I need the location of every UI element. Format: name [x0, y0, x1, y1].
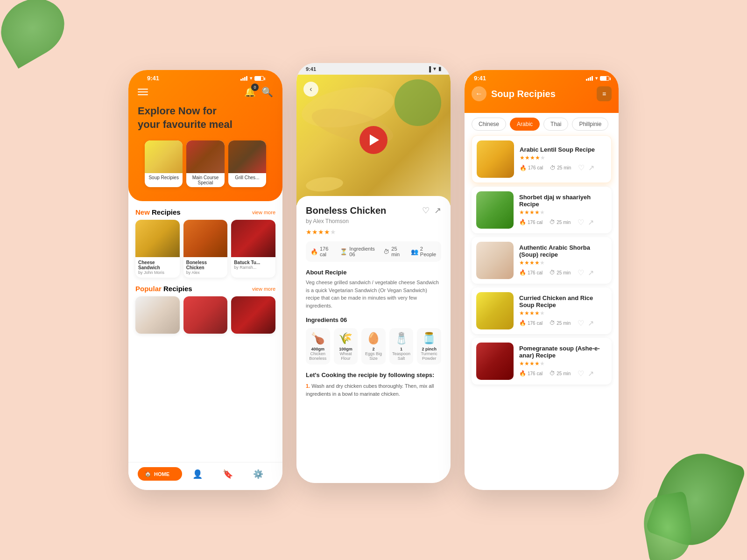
salt-amount: 1: [391, 347, 412, 351]
status-icons-1: ▾: [240, 76, 264, 81]
ingredient-flour: 🌾 100gm Wheat Flour: [334, 328, 358, 364]
authentic-shorba-image: [476, 242, 514, 279]
fire-icon-1: 🔥: [520, 165, 527, 171]
phone-soup-recipes: 9:41 ▾ ← Soup Recipies ≡ Chinese Arabic: [465, 70, 619, 490]
flour-emoji: 🌾: [336, 332, 356, 345]
nav-settings[interactable]: ⚙️: [243, 469, 273, 479]
cuisine-tabs: Chinese Arabic Thai Phillpinie: [465, 113, 619, 131]
fire-icon: 🔥: [310, 248, 318, 255]
soup-shorbet[interactable]: Shorbet djaj w shaariyeh Recipe ★★★★★ 🔥 …: [472, 187, 612, 233]
nav-home[interactable]: 🏠 HOME: [138, 467, 182, 481]
shorbet-share[interactable]: ↗: [588, 218, 594, 227]
about-section: About Recipie Veg cheese grilled sandwic…: [306, 269, 441, 309]
curried-chicken-share[interactable]: ↗: [588, 319, 594, 328]
soup-authentic-shorba[interactable]: Authentic Arabic Shorba (Soup) recipe ★★…: [472, 237, 612, 284]
authentic-shorba-like[interactable]: ♡: [578, 268, 584, 277]
leaf-decoration-top: [0, 0, 75, 69]
popular-recipe-1[interactable]: [135, 296, 180, 334]
popular-recipes-grid: [128, 296, 282, 334]
bookmark-icon: 🔖: [223, 469, 233, 479]
fire-icon-3: 🔥: [519, 269, 526, 276]
tab-phillpinie[interactable]: Phillpinie: [572, 118, 608, 131]
soup-list: Arabic Lentil Soup Recipe ★★★★★ 🔥 176 ca…: [465, 131, 619, 476]
pomegranate-name: Pomegranate soup (Ashe-e-anar) Recipe: [519, 345, 607, 359]
batuk-image: [231, 220, 275, 257]
recipe-batuk[interactable]: Batuck Tu... by Ramsh...: [231, 220, 275, 278]
filter-button[interactable]: ≡: [597, 86, 612, 101]
soup-label: Soup Recipies: [145, 173, 183, 182]
tab-chinese[interactable]: Chinese: [472, 118, 506, 131]
nav-profile[interactable]: 👤: [182, 469, 212, 479]
tab-thai[interactable]: Thai: [543, 118, 568, 131]
new-recipes-header: New Recipies view more: [128, 201, 282, 220]
arabic-lentil-like[interactable]: ♡: [578, 163, 585, 172]
soup-back-button[interactable]: ←: [472, 86, 486, 101]
share-button[interactable]: ↗: [434, 205, 441, 216]
salt-emoji: 🧂: [391, 332, 412, 345]
play-button[interactable]: [359, 126, 388, 154]
ingredient-chicken: 🍗 400gm Chicken Boneless: [306, 328, 330, 364]
shorbet-name: Shorbet djaj w shaariyeh Recipe: [519, 194, 607, 208]
recipe-author: by Alex Thomson: [306, 218, 441, 224]
tab-arabic[interactable]: Arabic: [510, 118, 540, 131]
curried-chicken-name: Curried Chicken and Rice Soup Recipe: [519, 294, 607, 308]
steps-section: Let's Cooking the recipie by following s…: [306, 371, 441, 398]
cheese-sandwich-author: by John Moris: [138, 270, 177, 275]
battery-icon-2: ▮: [438, 66, 441, 72]
category-grill[interactable]: Grill Ches...: [228, 140, 266, 187]
popular-recipe-2[interactable]: [183, 296, 228, 334]
authentic-shorba-name: Authentic Arabic Shorba (Soup) recipe: [519, 244, 607, 258]
soup-arabic-lentil[interactable]: Arabic Lentil Soup Recipe ★★★★★ 🔥 176 ca…: [472, 135, 612, 183]
boneless-chicken-author: by Alex: [186, 270, 225, 275]
authentic-shorba-share[interactable]: ↗: [588, 268, 594, 277]
curried-chicken-like[interactable]: ♡: [578, 319, 584, 328]
shorbet-like[interactable]: ♡: [578, 218, 584, 227]
notification-button[interactable]: 🔔 0: [244, 86, 256, 98]
category-soup[interactable]: Soup Recipies: [145, 140, 183, 187]
popular-view-more[interactable]: view more: [252, 286, 275, 292]
curried-chicken-time: ⏱ 25 min: [550, 320, 571, 326]
soup-curried-chicken[interactable]: Curried Chicken and Rice Soup Recipe ★★★…: [472, 287, 612, 334]
hero-highlight: for: [203, 105, 216, 117]
back-button[interactable]: ‹: [303, 82, 318, 97]
batuk-author: by Ramsh...: [234, 265, 273, 270]
status-time-2: 9:41: [306, 66, 316, 72]
nav-saved[interactable]: 🔖: [212, 469, 243, 479]
arabic-lentil-stars: ★★★★★: [520, 154, 606, 161]
phone-recipe-detail: 9:41 ▐ ▾ ▮ ‹ Boneless Chicken ♡ ↗ by Ale…: [296, 63, 451, 483]
step-1: 1. Wash and dry chicken cubes thoroughly…: [306, 382, 441, 398]
popular-recipe-3[interactable]: [231, 296, 275, 334]
like-button[interactable]: ♡: [422, 205, 430, 216]
cheese-sandwich-name: Cheese Sandwich: [138, 260, 177, 270]
arabic-lentil-share[interactable]: ↗: [588, 163, 594, 172]
search-icon[interactable]: 🔍: [261, 86, 273, 98]
ingredient-salt: 🧂 1 Teaspoon Salt: [389, 328, 414, 364]
shorbet-time: ⏱ 25 min: [550, 219, 571, 225]
turmeric-name: Turmeric Powder: [419, 351, 439, 361]
menu-button[interactable]: [138, 89, 148, 95]
pomegranate-like[interactable]: ♡: [578, 369, 584, 378]
main-label: Main Course Special: [186, 173, 224, 187]
recipe-boneless-chicken[interactable]: Boneless Chicken by Alex: [183, 220, 228, 278]
soup-pomegranate[interactable]: Pomegranate soup (Ashe-e-anar) Recipe ★★…: [472, 338, 612, 385]
recipe-video-area: ‹: [296, 75, 451, 205]
category-main[interactable]: Main Course Special: [186, 140, 224, 187]
categories-grid: Soup Recipies Main Course Special Grill …: [138, 140, 273, 187]
profile-icon: 👤: [192, 469, 203, 479]
hero-line2: your favourite meal: [138, 119, 233, 130]
new-view-more[interactable]: view more: [252, 210, 275, 215]
signal-icon-3: [586, 76, 593, 81]
recipe-cheese-sandwich[interactable]: Cheese Sandwich by John Moris: [135, 220, 180, 278]
curried-chicken-image: [476, 292, 514, 329]
arabic-lentil-time: ⏱ 25 min: [550, 165, 571, 171]
popular-3-image: [231, 296, 275, 334]
people-icon: 👥: [411, 248, 418, 255]
pomegranate-share[interactable]: ↗: [588, 369, 594, 378]
soup-nav: ← Soup Recipies ≡: [465, 84, 619, 106]
home-icon: 🏠: [145, 471, 151, 477]
about-text: Veg cheese grilled sandwich / vegetable …: [306, 279, 441, 309]
settings-icon: ⚙️: [253, 469, 263, 479]
about-title: About Recipie: [306, 269, 441, 276]
status-icons-3: ▾: [586, 76, 609, 81]
calorie-meta: 🔥 176 cal: [310, 246, 333, 257]
